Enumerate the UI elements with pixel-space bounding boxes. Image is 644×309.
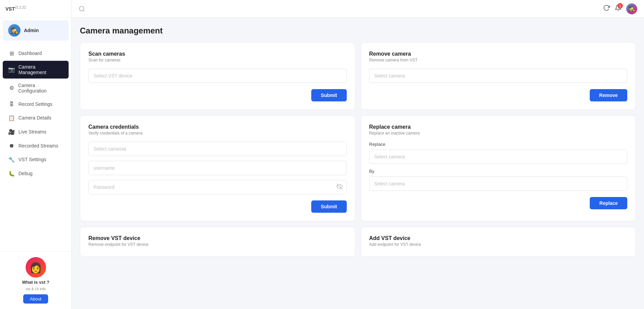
remove-camera-button[interactable]: Remove <box>590 89 627 101</box>
sidebar-item-record-settings[interactable]: 🎛 Record Settings <box>3 98 69 111</box>
replace-section: Replace <box>369 142 628 164</box>
user-name: Admin <box>24 28 39 33</box>
debug-icon: 🐛 <box>8 170 15 177</box>
camera-management-icon: 📷 <box>8 66 15 73</box>
mascot-avatar: 👩 <box>26 257 46 278</box>
user-profile[interactable]: 🕵️ Admin <box>3 20 69 41</box>
cards-grid: Scan cameras Scan for cameras Submit Rem… <box>80 42 636 257</box>
camera-credentials-card: Camera credentials Verify credentials of… <box>80 115 355 221</box>
select-camera-input[interactable] <box>369 69 628 83</box>
topbar: 1 🕵️ <box>72 0 644 18</box>
add-vst-title: Add VST device <box>369 235 628 241</box>
camera-configuration-icon: ⚙ <box>8 85 15 91</box>
refresh-icon[interactable] <box>603 4 610 13</box>
replace-camera-title: Replace camera <box>369 124 628 130</box>
replace-camera-header: Replace camera Replace an inactive camer… <box>369 124 628 136</box>
remove-vst-title: Remove VST device <box>88 235 347 241</box>
sidebar-nav: ⊞ Dashboard 📷 Camera Management ⚙ Camera… <box>0 43 71 251</box>
replace-camera-card: Replace camera Replace an inactive camer… <box>361 115 636 221</box>
record-settings-icon: 🎛 <box>8 101 15 107</box>
user-avatar-topbar[interactable]: 🕵️ <box>626 3 637 14</box>
vst-subtitle: vst & UI info <box>26 287 46 291</box>
sidebar-item-label: Camera Management <box>18 64 63 75</box>
replace-label: Replace <box>369 142 628 147</box>
replace-camera-button[interactable]: Replace <box>590 197 627 209</box>
select-cameras-input[interactable] <box>88 142 347 156</box>
password-wrapper <box>88 180 347 194</box>
live-streams-icon: 🎥 <box>8 129 15 135</box>
notification-badge: 1 <box>617 3 623 9</box>
sidebar-item-debug[interactable]: 🐛 Debug <box>3 167 69 180</box>
remove-camera-actions: Remove <box>369 89 628 101</box>
sidebar-item-camera-details[interactable]: 📋 Camera Details <box>3 111 69 125</box>
sidebar-item-label: Camera Details <box>18 115 51 121</box>
sidebar-item-label: Debug <box>18 171 32 176</box>
topbar-right: 1 🕵️ <box>603 3 637 14</box>
dashboard-icon: ⊞ <box>8 50 15 57</box>
replace-camera-actions: Replace <box>369 197 628 209</box>
main-area: 1 🕵️ Camera management Scan cameras Scan… <box>72 0 644 309</box>
content-area: Camera management Scan cameras Scan for … <box>72 18 644 309</box>
what-is-vst-label: What is vst ? <box>22 280 49 285</box>
add-vst-header: Add VST device Add endpoint for VST devi… <box>369 235 628 247</box>
sidebar-item-label: Live Streams <box>18 129 46 135</box>
vst-settings-icon: 🔧 <box>8 156 15 163</box>
camera-credentials-header: Camera credentials Verify credentials of… <box>88 124 347 136</box>
sidebar-item-label: VST Settings <box>18 157 46 162</box>
credentials-submit-button[interactable]: Submit <box>311 200 346 213</box>
search-button[interactable] <box>78 5 85 12</box>
scan-submit-button[interactable]: Submit <box>311 89 346 101</box>
sidebar-item-dashboard[interactable]: ⊞ Dashboard <box>3 47 69 60</box>
sidebar-item-label: Camera Configuration <box>18 83 63 94</box>
by-section: By <box>369 169 628 191</box>
credentials-actions: Submit <box>88 200 347 213</box>
camera-details-icon: 📋 <box>8 115 15 121</box>
remove-camera-subtitle: Remove camera from VST <box>369 58 628 62</box>
remove-camera-header: Remove camera Remove camera from VST <box>369 51 628 62</box>
app-logo: VSTv1.1.21 <box>0 0 71 17</box>
scan-cameras-header: Scan cameras Scan for cameras <box>88 51 347 62</box>
scan-cameras-title: Scan cameras <box>88 51 347 57</box>
about-button[interactable]: About <box>23 294 48 304</box>
select-vst-device-input[interactable] <box>88 69 347 83</box>
remove-vst-header: Remove VST device Remove endpoint for VS… <box>88 235 347 247</box>
sidebar-item-label: Dashboard <box>18 51 42 56</box>
by-camera-select[interactable] <box>369 177 628 191</box>
recorded-streams-icon: ⏺ <box>8 143 15 149</box>
remove-camera-title: Remove camera <box>369 51 628 57</box>
sidebar-item-label: Record Settings <box>18 101 53 107</box>
sidebar-item-recorded-streams[interactable]: ⏺ Recorded Streams <box>3 139 69 152</box>
scan-cameras-subtitle: Scan for cameras <box>88 58 347 62</box>
sidebar-item-label: Recorded Streams <box>18 143 58 149</box>
scan-cameras-actions: Submit <box>88 89 347 101</box>
sidebar: VSTv1.1.21 🕵️ Admin ⊞ Dashboard 📷 Camera… <box>0 0 72 309</box>
camera-credentials-title: Camera credentials <box>88 124 347 130</box>
svg-point-0 <box>80 6 84 11</box>
remove-camera-card: Remove camera Remove camera from VST Rem… <box>361 42 636 110</box>
sidebar-item-vst-settings[interactable]: 🔧 VST Settings <box>3 153 69 166</box>
sidebar-item-camera-configuration[interactable]: ⚙ Camera Configuration <box>3 79 69 97</box>
sidebar-item-live-streams[interactable]: 🎥 Live Streams <box>3 125 69 139</box>
add-vst-card: Add VST device Add endpoint for VST devi… <box>361 227 636 257</box>
remove-vst-subtitle: Remove endpoint for VST device <box>88 242 347 247</box>
svg-line-1 <box>83 10 85 11</box>
scan-cameras-card: Scan cameras Scan for cameras Submit <box>80 42 355 110</box>
password-input[interactable] <box>88 180 347 194</box>
toggle-password-icon[interactable] <box>337 183 343 191</box>
user-avatar: 🕵️ <box>8 24 20 37</box>
replace-camera-select[interactable] <box>369 150 628 164</box>
sidebar-item-camera-management[interactable]: 📷 Camera Management <box>3 61 69 79</box>
camera-credentials-subtitle: Verify credentials of a camera <box>88 131 347 136</box>
username-input[interactable] <box>88 161 347 175</box>
notification-icon[interactable]: 1 <box>615 4 621 13</box>
sidebar-bottom: 👩 What is vst ? vst & UI info About <box>0 251 71 309</box>
by-label: By <box>369 169 628 174</box>
replace-camera-subtitle: Replace an inactive camera <box>369 131 628 136</box>
add-vst-subtitle: Add endpoint for VST device <box>369 242 628 247</box>
remove-vst-card: Remove VST device Remove endpoint for VS… <box>80 227 355 257</box>
page-title: Camera management <box>80 26 636 36</box>
